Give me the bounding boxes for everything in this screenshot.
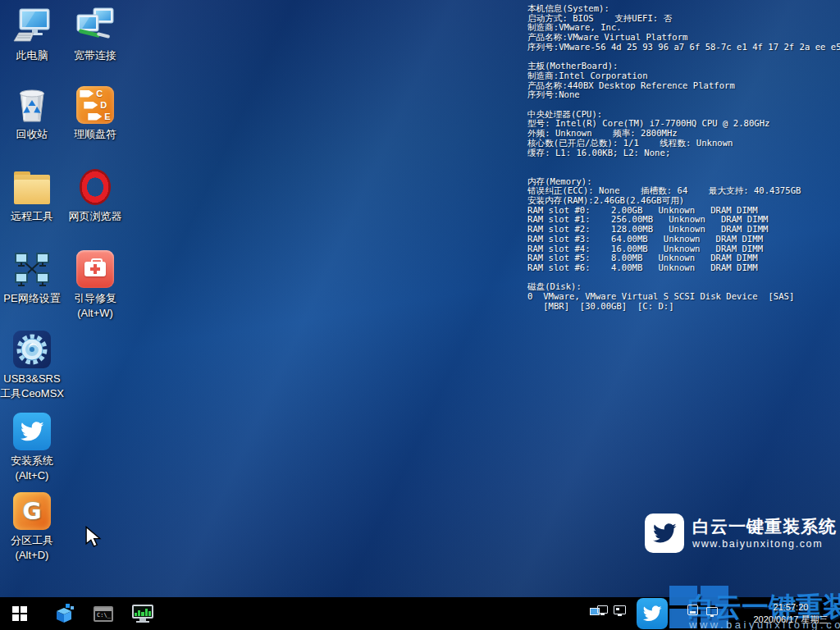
start-button[interactable] [2, 597, 38, 630]
watermark-title: 白云一键重装系统 [692, 516, 837, 537]
desktop-icon-recycle-bin[interactable]: 回收站 [0, 85, 64, 142]
icon-label: 宽带连接 [63, 48, 127, 63]
mouse-cursor [84, 526, 103, 547]
diskgenius-icon: G [12, 491, 52, 531]
watermark-url: www.baiyunxitong.com [692, 537, 837, 550]
recycle-bin-icon [12, 85, 52, 125]
tray-network-icon[interactable] [614, 605, 628, 619]
bird-icon [642, 604, 662, 623]
computer-icon [12, 7, 52, 46]
tray-display-icon[interactable] [706, 607, 719, 619]
drive-letters-icon: C D E [75, 85, 115, 125]
icon-label: 分区工具 [0, 533, 64, 548]
blue-cube-icon [53, 603, 75, 624]
gear-tool-icon [12, 330, 52, 369]
icon-label: 此电脑 [0, 48, 64, 63]
taskbar-app-cmd[interactable]: C:\_ [85, 597, 121, 630]
icon-label-shortcut: (Alt+C) [0, 468, 64, 483]
network-connection-icon [75, 7, 115, 46]
icon-label: 网页浏览器 [63, 209, 127, 224]
clock-time: 21:57:20 [745, 601, 837, 614]
tray-display-duplicate-icon[interactable] [590, 605, 608, 620]
taskbar-bird-button[interactable] [637, 598, 668, 629]
desktop-icon-web-browser[interactable]: 网页浏览器 [63, 167, 127, 224]
bird-logo-icon [645, 514, 684, 553]
desktop-icon-partition-tool[interactable]: G 分区工具 (Alt+D) [0, 491, 64, 563]
icon-label: 回收站 [0, 127, 64, 142]
tray-usb-icon[interactable] [687, 605, 700, 618]
desktop-icon-pe-network[interactable]: PE网络设置 [0, 249, 64, 306]
icon-label: 引导修复 [63, 291, 127, 306]
opera-browser-icon [75, 167, 115, 207]
icon-label: PE网络设置 [0, 291, 64, 306]
desktop-icon-usb3-srs[interactable]: USB3&SRS 工具CeoMSX [0, 330, 64, 401]
windows-logo-icon [12, 606, 27, 621]
icon-label: 安装系统 [0, 454, 64, 468]
icon-label: 理顺盘符 [63, 127, 127, 142]
icon-label-shortcut: (Alt+W) [63, 306, 127, 321]
desktop-icon-this-pc[interactable]: 此电脑 [0, 7, 64, 63]
taskbar-app-pe-tools[interactable] [46, 597, 82, 630]
icon-label-line2: 工具CeoMSX [0, 386, 64, 401]
network-settings-icon [12, 249, 52, 289]
taskbar-app-task-manager[interactable] [125, 597, 161, 630]
system-info-text: 本机信息(System): 启动方式: BIOS 支持UEFI: 否 制造商:V… [527, 4, 840, 312]
taskbar-clock[interactable]: 21:57:20 2020/06/17 星期三 [745, 601, 837, 626]
taskbar: C:\_ 白云一键重装系统 www.baiyunxitong.com [0, 597, 840, 630]
desktop-icon-broadband[interactable]: 宽带连接 [63, 7, 127, 63]
clock-date: 2020/06/17 星期三 [745, 614, 837, 626]
desktop-watermark: 白云一键重装系统 www.baiyunxitong.com [645, 514, 837, 553]
command-prompt-icon: C:\_ [94, 606, 113, 622]
desktop-icon-remote-tools[interactable]: 远程工具 [0, 167, 64, 224]
desktop: 本机信息(System): 启动方式: BIOS 支持UEFI: 否 制造商:V… [0, 0, 840, 630]
task-manager-icon [132, 605, 153, 623]
desktop-icon-install-system[interactable]: 安装系统 (Alt+C) [0, 412, 64, 483]
folder-icon [12, 167, 52, 207]
icon-label: USB3&SRS [0, 372, 64, 386]
bird-install-icon [12, 412, 52, 451]
icon-label-shortcut: (Alt+D) [0, 548, 64, 563]
icon-label: 远程工具 [0, 209, 64, 224]
desktop-icon-boot-repair[interactable]: 引导修复 (Alt+W) [63, 249, 127, 321]
first-aid-icon [75, 249, 115, 289]
desktop-icon-drive-letters[interactable]: C D E 理顺盘符 [63, 85, 127, 142]
